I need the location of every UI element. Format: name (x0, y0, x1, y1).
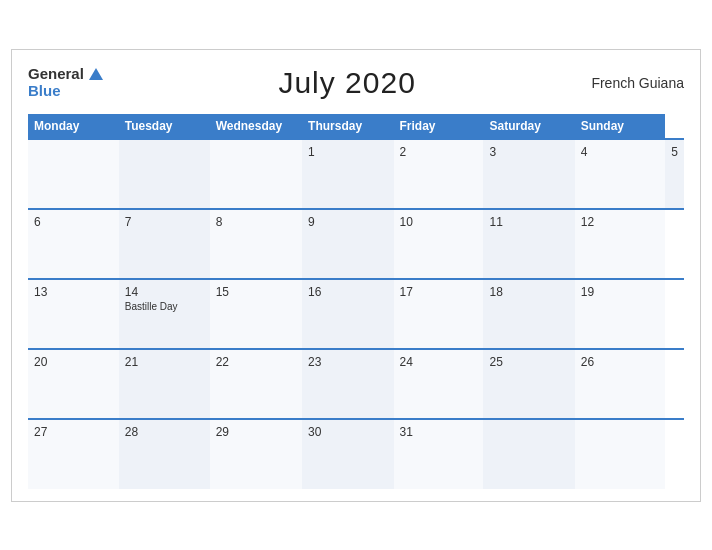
week-row-4: 20212223242526 (28, 349, 684, 419)
day-cell: 22 (210, 349, 302, 419)
day-number: 18 (489, 285, 568, 299)
day-cell: 10 (394, 209, 484, 279)
day-event: Bastille Day (125, 301, 204, 312)
day-cell: 11 (483, 209, 574, 279)
day-cell: 25 (483, 349, 574, 419)
day-cell: 1 (302, 139, 393, 209)
day-number: 7 (125, 215, 204, 229)
day-number: 22 (216, 355, 296, 369)
day-number: 19 (581, 285, 660, 299)
weekday-header-monday: Monday (28, 114, 119, 139)
day-cell: 14Bastille Day (119, 279, 210, 349)
day-cell: 20 (28, 349, 119, 419)
day-cell (483, 419, 574, 489)
calendar-container: General Blue July 2020 French Guiana Mon… (11, 49, 701, 502)
day-number: 11 (489, 215, 568, 229)
day-cell: 9 (302, 209, 393, 279)
week-row-5: 2728293031 (28, 419, 684, 489)
logo-triangle-icon (89, 68, 103, 80)
day-number: 2 (400, 145, 478, 159)
weekday-header-wednesday: Wednesday (210, 114, 302, 139)
calendar-title: July 2020 (278, 66, 415, 100)
week-row-3: 1314Bastille Day1516171819 (28, 279, 684, 349)
day-number: 16 (308, 285, 387, 299)
day-number: 23 (308, 355, 387, 369)
day-number: 15 (216, 285, 296, 299)
day-cell: 27 (28, 419, 119, 489)
day-number: 12 (581, 215, 660, 229)
day-cell: 18 (483, 279, 574, 349)
calendar-region: French Guiana (591, 75, 684, 91)
day-cell: 17 (394, 279, 484, 349)
logo: General Blue (28, 66, 103, 99)
day-number: 27 (34, 425, 113, 439)
day-number: 13 (34, 285, 113, 299)
calendar-header: General Blue July 2020 French Guiana (28, 66, 684, 100)
day-cell (28, 139, 119, 209)
day-number: 6 (34, 215, 113, 229)
logo-blue-text: Blue (28, 83, 103, 100)
day-cell: 26 (575, 349, 666, 419)
day-cell: 3 (483, 139, 574, 209)
day-number: 25 (489, 355, 568, 369)
day-cell: 13 (28, 279, 119, 349)
day-cell: 4 (575, 139, 666, 209)
weekday-header-thursday: Thursday (302, 114, 393, 139)
calendar-table: MondayTuesdayWednesdayThursdayFridaySatu… (28, 114, 684, 489)
day-cell: 23 (302, 349, 393, 419)
day-cell (210, 139, 302, 209)
week-row-2: 6789101112 (28, 209, 684, 279)
logo-general-text: General (28, 66, 84, 83)
day-cell: 29 (210, 419, 302, 489)
day-number: 17 (400, 285, 478, 299)
weekday-header-row: MondayTuesdayWednesdayThursdayFridaySatu… (28, 114, 684, 139)
day-number: 20 (34, 355, 113, 369)
day-cell: 5 (665, 139, 684, 209)
day-number: 9 (308, 215, 387, 229)
day-number: 4 (581, 145, 660, 159)
weekday-header-sunday: Sunday (575, 114, 666, 139)
day-number: 28 (125, 425, 204, 439)
weekday-header-friday: Friday (394, 114, 484, 139)
day-cell: 2 (394, 139, 484, 209)
day-cell: 21 (119, 349, 210, 419)
day-number: 1 (308, 145, 387, 159)
day-cell: 30 (302, 419, 393, 489)
day-number: 31 (400, 425, 478, 439)
day-number: 21 (125, 355, 204, 369)
day-cell (575, 419, 666, 489)
day-number: 30 (308, 425, 387, 439)
day-number: 8 (216, 215, 296, 229)
day-cell: 31 (394, 419, 484, 489)
day-cell: 8 (210, 209, 302, 279)
day-cell: 16 (302, 279, 393, 349)
day-number: 5 (671, 145, 678, 159)
day-cell (119, 139, 210, 209)
week-row-1: 12345 (28, 139, 684, 209)
weekday-header-tuesday: Tuesday (119, 114, 210, 139)
day-number: 10 (400, 215, 478, 229)
day-cell: 6 (28, 209, 119, 279)
day-cell: 24 (394, 349, 484, 419)
day-number: 3 (489, 145, 568, 159)
day-cell: 12 (575, 209, 666, 279)
day-number: 29 (216, 425, 296, 439)
day-number: 14 (125, 285, 204, 299)
day-cell: 7 (119, 209, 210, 279)
day-cell: 28 (119, 419, 210, 489)
day-cell: 19 (575, 279, 666, 349)
day-cell: 15 (210, 279, 302, 349)
weekday-header-saturday: Saturday (483, 114, 574, 139)
day-number: 26 (581, 355, 660, 369)
day-number: 24 (400, 355, 478, 369)
